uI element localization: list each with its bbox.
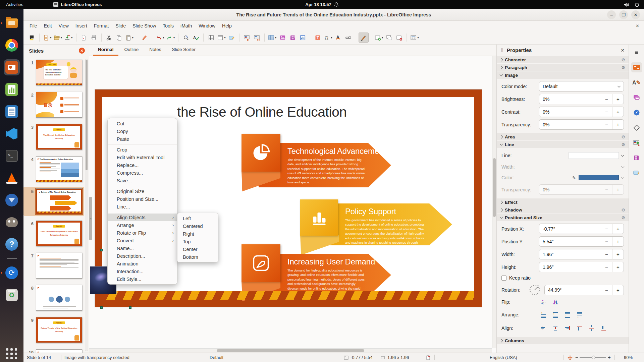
insert-image-button[interactable]	[277, 33, 287, 43]
dropdown-caret-icon[interactable]: ▾	[275, 36, 277, 39]
slide-thumb-preview[interactable]: Part 01The Rise of the Online Education …	[36, 124, 82, 150]
decrement-button[interactable]: −	[601, 120, 612, 129]
selection-handle[interactable]	[100, 306, 103, 309]
selection-handle[interactable]	[129, 306, 131, 309]
align-option-top[interactable]: Top	[177, 238, 218, 245]
align-option-centered[interactable]: Centered	[177, 222, 218, 230]
gear-icon[interactable]: ⚙	[621, 215, 625, 220]
slide-thumbnail-9[interactable]: 9Part 03Future Trends of the Online Educ…	[23, 315, 84, 345]
sidebar-settings-tab[interactable]: ≡	[631, 47, 642, 57]
language-status[interactable]: English (USA)	[490, 355, 517, 360]
comment-button[interactable]	[27, 33, 37, 43]
canvas-horizontal-scrollbar[interactable]	[89, 348, 492, 353]
dock-thunderbird-icon[interactable]	[4, 192, 20, 208]
dropdown-caret-icon[interactable]: ▾	[331, 36, 332, 39]
delete-slide-button[interactable]	[394, 33, 404, 43]
decrement-button[interactable]: −	[601, 107, 612, 117]
properties-deck-tab[interactable]	[631, 62, 642, 72]
context-item-cut[interactable]: Cut	[108, 120, 177, 127]
menu-help[interactable]: Help	[219, 22, 235, 30]
menu-slide-show[interactable]: Slide Show	[129, 22, 159, 30]
dock-vlc-icon[interactable]	[4, 170, 20, 186]
transparency-input[interactable]: 0%−+	[539, 119, 624, 130]
section-area[interactable]: Area⚙	[497, 133, 629, 140]
gear-icon[interactable]: ⚙	[621, 142, 625, 147]
context-item-animation[interactable]: Animation	[108, 260, 177, 267]
width-input[interactable]: 1.96″−+	[539, 249, 624, 259]
increment-button[interactable]: +	[612, 285, 624, 295]
decrement-button[interactable]: −	[601, 185, 612, 194]
canvas-vertical-scrollbar[interactable]	[492, 56, 496, 348]
menu-file[interactable]: File	[26, 22, 41, 30]
fit-slide-icon[interactable]	[568, 355, 573, 360]
dock-help-icon[interactable]: ?	[4, 236, 20, 252]
align-center-button[interactable]	[551, 324, 560, 333]
dropdown-caret-icon[interactable]: ▾	[61, 36, 62, 39]
special-character-button[interactable]: Ω▾	[323, 33, 333, 43]
slide-thumbnail-1[interactable]: 1YOUR LOGOThe Rise and Future Trends of …	[23, 58, 84, 87]
slide-thumbnail-7[interactable]: 7	[23, 251, 84, 280]
focused-app-menu[interactable]: LibreOffice Impress	[53, 2, 102, 7]
context-item-name[interactable]: Name...	[108, 244, 177, 252]
copy-button[interactable]	[114, 33, 124, 43]
close-document-icon[interactable]: ✕	[636, 23, 639, 28]
dropdown-caret-icon[interactable]: ▾	[173, 36, 175, 39]
redo-button[interactable]: ▾	[165, 33, 176, 43]
decrement-button[interactable]: −	[601, 237, 612, 246]
dock-terminal-icon[interactable]	[4, 148, 20, 164]
menu-tools[interactable]: Tools	[159, 22, 177, 30]
tab-slide-sorter[interactable]: Slide Sorter	[167, 45, 201, 56]
align-option-left[interactable]: Left	[177, 215, 218, 222]
section-shadow[interactable]: Shadow⚙	[497, 206, 629, 214]
context-item-copy[interactable]: Copy	[108, 127, 177, 135]
dropdown-caret-icon[interactable]: ▾	[163, 36, 164, 39]
increment-button[interactable]: +	[612, 185, 624, 194]
brightness-input[interactable]: 0%−+	[539, 94, 624, 104]
minimize-button[interactable]: –	[607, 10, 616, 19]
dropdown-caret-icon[interactable]: ▾	[71, 36, 73, 39]
show-draw-functions-button[interactable]	[359, 33, 369, 43]
new-button[interactable]: ▾	[42, 33, 53, 43]
align-middle-button[interactable]	[587, 324, 596, 333]
spelling-button[interactable]: A	[191, 33, 201, 43]
context-item-replace[interactable]: Replace...	[108, 161, 177, 169]
menu-window[interactable]: Window	[195, 22, 219, 30]
align-top-button[interactable]	[575, 324, 584, 333]
decrement-button[interactable]: −	[601, 262, 612, 272]
insert-textbox-button[interactable]: T	[313, 33, 323, 43]
section-position-size[interactable]: Position and Size⚙	[497, 214, 629, 221]
dock-show-apps-icon[interactable]	[4, 346, 20, 362]
pos-y-input[interactable]: 5.54″−+	[539, 236, 624, 247]
context-item-description[interactable]: Description...	[108, 252, 177, 260]
tab-outline[interactable]: Outline	[120, 45, 144, 56]
slides-panel-close-icon[interactable]: ✕	[79, 48, 85, 54]
context-item-edit-with-external-tool[interactable]: Edit with External Tool	[108, 154, 177, 161]
bring-to-front-button[interactable]: ↑	[539, 310, 548, 319]
clock-menu[interactable]: Apr 18 13:57	[305, 2, 338, 7]
tab-notes[interactable]: Notes	[145, 45, 166, 56]
pos-x-input[interactable]: -0.77″−+	[539, 224, 624, 234]
decrement-button[interactable]: −	[601, 94, 612, 104]
context-item-align-objects[interactable]: Align Objects›	[108, 214, 177, 221]
power-icon[interactable]	[635, 2, 639, 7]
bring-forward-button[interactable]: ↑	[551, 310, 560, 319]
context-item-arrange[interactable]: Arrange›	[108, 221, 177, 229]
start-first-slide-button[interactable]	[242, 33, 252, 43]
rotation-input[interactable]: 44.99°−+	[544, 285, 624, 295]
context-item-original-size[interactable]: Original Size	[108, 187, 177, 195]
dropdown-caret-icon[interactable]: ▾	[224, 36, 226, 39]
font-color-button[interactable]: A	[333, 33, 343, 43]
section-image[interactable]: Image	[497, 71, 629, 79]
close-button[interactable]: ✕	[631, 10, 640, 19]
increment-button[interactable]: +	[612, 224, 624, 234]
rotation-dial[interactable]	[528, 283, 542, 297]
zoom-in-button[interactable]: +	[608, 354, 611, 360]
slide-title-text[interactable]: the Rise of Online Education	[177, 104, 347, 120]
menu-imath[interactable]: iMath	[177, 22, 195, 30]
dock-trash-icon[interactable]: ♻	[4, 287, 20, 303]
slide-thumb-preview[interactable]: The Development of Online Education	[36, 156, 82, 182]
slide-thumb-preview[interactable]: Drivers of The Rise of Online Education	[36, 188, 82, 214]
animation-deck-tab[interactable]	[631, 153, 642, 163]
slides-panel-splitter[interactable]: ◂	[89, 197, 92, 240]
align-bottom-button[interactable]	[599, 324, 608, 333]
